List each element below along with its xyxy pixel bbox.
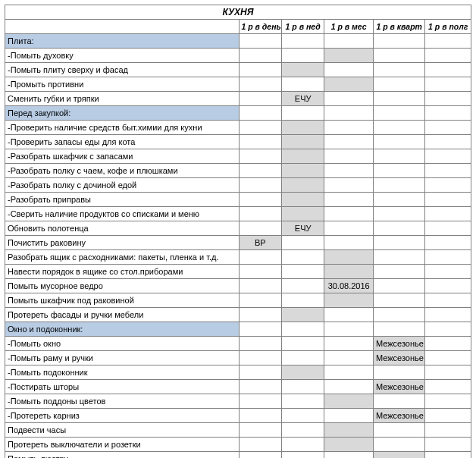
freq-cell[interactable] [324,265,374,279]
freq-cell[interactable] [425,322,471,337]
freq-cell[interactable] [324,193,374,207]
freq-cell[interactable] [373,236,425,250]
freq-cell[interactable]: Межсезонье [373,380,425,394]
freq-cell[interactable] [425,394,471,409]
freq-cell[interactable] [425,149,471,164]
freq-cell[interactable] [281,77,324,92]
freq-cell[interactable] [425,265,471,279]
freq-cell[interactable] [239,409,281,423]
freq-cell[interactable] [239,135,281,149]
freq-cell[interactable] [281,351,324,365]
freq-cell[interactable] [425,207,471,221]
freq-cell[interactable] [324,308,374,322]
freq-cell[interactable]: ЕЧУ [281,221,324,236]
freq-cell[interactable] [373,423,425,438]
freq-cell[interactable] [324,106,374,121]
freq-cell[interactable] [425,409,471,423]
freq-cell[interactable] [425,365,471,380]
freq-cell[interactable] [425,178,471,193]
freq-cell[interactable] [425,221,471,236]
freq-cell[interactable] [324,49,374,63]
freq-cell[interactable] [239,322,281,337]
freq-cell[interactable] [425,351,471,365]
freq-cell[interactable] [239,279,281,293]
freq-cell[interactable] [373,135,425,149]
freq-cell[interactable] [373,452,425,459]
freq-cell[interactable] [281,265,324,279]
freq-cell[interactable] [324,63,374,77]
freq-cell[interactable] [239,438,281,452]
freq-cell[interactable] [373,149,425,164]
freq-cell[interactable] [281,380,324,394]
freq-cell[interactable]: ЕЧУ [281,92,324,106]
freq-cell[interactable] [373,322,425,337]
freq-cell[interactable] [239,452,281,459]
freq-cell[interactable] [324,34,374,49]
freq-cell[interactable] [239,49,281,63]
freq-cell[interactable] [373,106,425,121]
freq-cell[interactable] [239,92,281,106]
freq-cell[interactable] [281,308,324,322]
freq-cell[interactable] [324,351,374,365]
freq-cell[interactable] [425,193,471,207]
freq-cell[interactable] [239,178,281,193]
freq-cell[interactable] [373,207,425,221]
freq-cell[interactable] [425,279,471,293]
freq-cell[interactable] [281,121,324,135]
freq-cell[interactable] [425,92,471,106]
freq-cell[interactable] [239,164,281,178]
freq-cell[interactable] [281,293,324,308]
freq-cell[interactable] [281,365,324,380]
freq-cell[interactable] [239,423,281,438]
freq-cell[interactable] [281,149,324,164]
freq-cell[interactable] [324,178,374,193]
freq-cell[interactable] [239,351,281,365]
freq-cell[interactable] [373,77,425,92]
freq-cell[interactable]: Межсезонье [373,409,425,423]
freq-cell[interactable] [239,193,281,207]
freq-cell[interactable] [425,293,471,308]
freq-cell[interactable] [239,293,281,308]
freq-cell[interactable] [239,308,281,322]
freq-cell[interactable] [373,49,425,63]
freq-cell[interactable] [425,49,471,63]
freq-cell[interactable] [373,121,425,135]
freq-cell[interactable] [324,250,374,265]
freq-cell[interactable] [425,121,471,135]
freq-cell[interactable] [373,164,425,178]
freq-cell[interactable] [324,322,374,337]
freq-cell[interactable] [281,193,324,207]
freq-cell[interactable] [281,322,324,337]
freq-cell[interactable] [324,121,374,135]
freq-cell[interactable] [239,365,281,380]
freq-cell[interactable] [425,250,471,265]
freq-cell[interactable] [373,193,425,207]
freq-cell[interactable] [239,221,281,236]
freq-cell[interactable] [425,423,471,438]
freq-cell[interactable] [239,250,281,265]
freq-cell[interactable]: Межсезонье [373,351,425,365]
freq-cell[interactable] [373,178,425,193]
freq-cell[interactable] [281,106,324,121]
freq-cell[interactable] [425,63,471,77]
freq-cell[interactable] [239,63,281,77]
freq-cell[interactable] [324,236,374,250]
freq-cell[interactable] [239,337,281,351]
freq-cell[interactable] [281,164,324,178]
freq-cell[interactable] [281,423,324,438]
freq-cell[interactable] [425,77,471,92]
freq-cell[interactable] [425,337,471,351]
freq-cell[interactable] [425,236,471,250]
freq-cell[interactable] [425,34,471,49]
freq-cell[interactable] [324,77,374,92]
freq-cell[interactable] [324,135,374,149]
freq-cell[interactable] [373,438,425,452]
freq-cell[interactable] [425,452,471,459]
freq-cell[interactable] [281,279,324,293]
freq-cell[interactable] [324,452,374,459]
freq-cell[interactable] [239,121,281,135]
freq-cell[interactable] [373,365,425,380]
freq-cell[interactable] [324,365,374,380]
freq-cell[interactable] [425,438,471,452]
freq-cell[interactable]: Межсезонье [373,337,425,351]
